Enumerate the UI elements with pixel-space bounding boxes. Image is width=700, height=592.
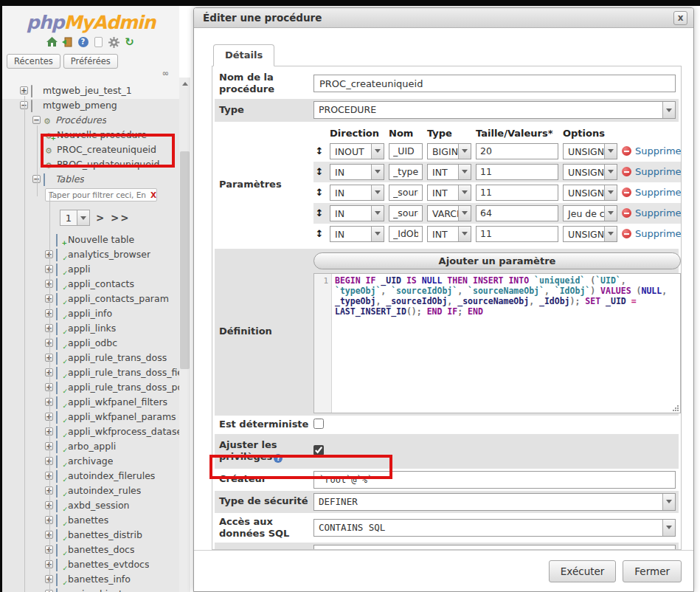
tree-item-appli-contacts[interactable]: +✓appli_contacts bbox=[2, 276, 179, 291]
param-direction-select[interactable]: IN bbox=[330, 226, 384, 242]
tree-item-autoindex-rules[interactable]: +✓autoindex_rules bbox=[2, 483, 179, 498]
tree-item-appli-rule-trans-doss[interactable]: +✓appli_rule_trans_doss bbox=[2, 350, 179, 365]
delete-link[interactable]: Supprimer bbox=[635, 166, 682, 177]
help-icon[interactable]: ? bbox=[77, 37, 89, 48]
param-options-select[interactable]: UNSIGNED bbox=[563, 226, 617, 242]
param-direction-select[interactable]: INOUT bbox=[330, 143, 384, 159]
tree-item-nouvelle-table[interactable]: +Nouvelle table bbox=[2, 232, 179, 247]
tree-item-banettes-info[interactable]: +✓banettes_info bbox=[2, 571, 179, 586]
resize-handle-icon[interactable] bbox=[673, 405, 679, 411]
param-type-select[interactable]: BIGINT bbox=[427, 143, 471, 159]
clear-filter-icon[interactable]: X bbox=[150, 190, 156, 199]
delete-link[interactable]: Supprimer bbox=[635, 187, 682, 198]
tree-item-banettes-evtdocs[interactable]: +✓banettes_evtdocs bbox=[2, 557, 179, 571]
param-type-select[interactable]: INT bbox=[427, 164, 471, 180]
param-length-input[interactable] bbox=[476, 205, 558, 221]
execute-button[interactable]: Exécuter bbox=[549, 560, 617, 582]
document-icon[interactable] bbox=[93, 37, 104, 48]
tree-item-proc-updateuniqueid[interactable]: ⚙PROC_updateuniqueid bbox=[2, 156, 179, 171]
param-type-select[interactable]: INT bbox=[427, 226, 471, 242]
tree-item-appli-odbc[interactable]: +✓appli_odbc bbox=[2, 335, 179, 350]
tree-item-mtgweb-jeu-test-1[interactable]: +mtgweb_jeu_test_1 bbox=[2, 83, 179, 97]
help-icon[interactable]: ? bbox=[274, 454, 283, 463]
param-direction-select[interactable]: IN bbox=[330, 164, 384, 180]
delete-icon[interactable] bbox=[622, 187, 631, 197]
close-icon[interactable]: x bbox=[673, 11, 687, 25]
drag-handle-icon[interactable]: ↕ bbox=[313, 228, 325, 239]
delete-icon[interactable] bbox=[622, 208, 631, 218]
delete-icon[interactable] bbox=[622, 146, 631, 156]
param-options-select[interactable]: UNSIGNED bbox=[563, 185, 617, 201]
tree-item-appli-rule-trans-doss-pd[interactable]: +✓appli_rule_trans_doss_pd bbox=[2, 379, 179, 394]
tree-item-nouvelle-proc-dure[interactable]: ⚙+Nouvelle procédure bbox=[2, 127, 179, 142]
expand-icon[interactable]: + bbox=[20, 86, 28, 94]
comment-input[interactable] bbox=[313, 545, 676, 550]
tree-item-appli[interactable]: +✓appli bbox=[2, 261, 179, 276]
collapse-icon[interactable]: − bbox=[32, 116, 41, 124]
param-direction-select[interactable]: IN bbox=[330, 185, 384, 201]
deterministic-checkbox[interactable] bbox=[313, 419, 324, 429]
settings-gear-icon[interactable] bbox=[108, 37, 119, 48]
param-type-select[interactable]: VARCHAR bbox=[427, 205, 471, 221]
definition-editor[interactable]: 1 BEGIN IF _UID IS NULL THEN INSERT INTO… bbox=[313, 273, 681, 413]
type-select[interactable]: PROCEDURE bbox=[313, 101, 676, 119]
tree-item-appli-rule-trans-doss-fie[interactable]: +✓appli_rule_trans_doss_fie bbox=[2, 365, 179, 379]
dialog-titlebar[interactable]: Éditer une procédure x bbox=[194, 8, 693, 28]
param-direction-select[interactable]: IN bbox=[330, 205, 384, 221]
param-options-select[interactable]: UNSIGNED bbox=[563, 143, 617, 159]
sidebar-scrollbar[interactable] bbox=[179, 78, 190, 592]
procedure-name-input[interactable] bbox=[313, 75, 676, 92]
tree-item-appli-wkfpanel-params[interactable]: +✓appli_wkfpanel_params bbox=[2, 409, 179, 424]
tree-item-banettes-distrib[interactable]: +✓banettes_distrib bbox=[2, 527, 179, 542]
tree-item-appli-wkfprocess-datase[interactable]: +✓appli_wkfprocess_datase bbox=[2, 424, 179, 438]
param-type-select[interactable]: INT bbox=[427, 185, 471, 201]
add-parameter-button[interactable]: Ajouter un paramètre bbox=[313, 252, 681, 269]
logout-icon[interactable] bbox=[62, 37, 73, 48]
delete-icon[interactable] bbox=[622, 167, 631, 176]
tree-item-archivage[interactable]: +✓archivage bbox=[2, 453, 179, 468]
param-name-input[interactable] bbox=[389, 205, 423, 221]
favorite-tables-button[interactable]: Préférées bbox=[63, 54, 118, 69]
tree-item-appli-contacts-param[interactable]: +✓appli_contacts_param bbox=[2, 291, 179, 306]
creator-input[interactable] bbox=[313, 471, 676, 489]
security-type-select[interactable]: DEFINER bbox=[313, 493, 676, 511]
drag-handle-icon[interactable]: ↕ bbox=[313, 207, 325, 218]
tree-item-appli-wkfpanel-filters[interactable]: +✓appli_wkfpanel_filters bbox=[2, 394, 179, 409]
param-length-input[interactable] bbox=[476, 226, 558, 242]
phpmyadmin-logo[interactable]: phpMyAdmin bbox=[2, 6, 179, 33]
recent-tables-button[interactable]: Récentes bbox=[7, 54, 60, 69]
param-length-input[interactable] bbox=[476, 164, 558, 180]
tree-item-cmis-objects[interactable]: +✓cmis_objects bbox=[2, 586, 179, 592]
drag-handle-icon[interactable]: ↕ bbox=[313, 166, 325, 177]
sql-data-access-select[interactable]: CONTAINS SQL bbox=[313, 519, 676, 537]
tree-item-appli-links[interactable]: +✓appli_links bbox=[2, 320, 179, 335]
delete-link[interactable]: Supprimer bbox=[635, 207, 682, 218]
close-button[interactable]: Fermer bbox=[623, 560, 682, 582]
tree-item-banettes[interactable]: +✓banettes bbox=[2, 512, 179, 527]
tab-details[interactable]: Détails bbox=[213, 44, 274, 66]
refresh-icon[interactable]: ↻ bbox=[124, 37, 135, 48]
scrollbar-thumb[interactable] bbox=[180, 151, 190, 369]
param-options-select[interactable]: Jeu de caractères bbox=[563, 205, 617, 221]
table-filter-input[interactable] bbox=[45, 188, 157, 202]
tree-item-banettes-docs[interactable]: +✓banettes_docs bbox=[2, 542, 179, 557]
tree-item-tables[interactable]: −Tables bbox=[2, 171, 179, 186]
param-name-input[interactable] bbox=[389, 164, 423, 180]
param-name-input[interactable] bbox=[389, 143, 423, 159]
param-name-input[interactable] bbox=[389, 185, 423, 201]
next-pages-links[interactable]: > >> bbox=[96, 212, 131, 224]
tree-item-appli-info[interactable]: +✓appli_info bbox=[2, 306, 179, 320]
delete-link[interactable]: Supprimer bbox=[635, 228, 682, 239]
sql-code[interactable]: BEGIN IF _UID IS NULL THEN INSERT INTO `… bbox=[332, 274, 680, 413]
drag-handle-icon[interactable]: ↕ bbox=[313, 145, 325, 156]
param-name-input[interactable] bbox=[389, 226, 423, 242]
tree-item-proc-createuniqueid[interactable]: ⚙PROC_createuniqueid bbox=[2, 142, 179, 156]
tree-item-proc-dures[interactable]: −⚙Procédures bbox=[2, 112, 179, 127]
link-icon[interactable]: ∞ bbox=[162, 69, 169, 78]
tree-item-axbd-session[interactable]: +✓axbd_session bbox=[2, 498, 179, 512]
scrollbar-up-arrow[interactable] bbox=[179, 78, 190, 89]
delete-link[interactable]: Supprimer bbox=[635, 145, 682, 156]
tree-item-arbo-appli[interactable]: +✓arbo_appli bbox=[2, 438, 179, 453]
home-icon[interactable] bbox=[46, 37, 58, 48]
delete-icon[interactable] bbox=[622, 229, 631, 238]
